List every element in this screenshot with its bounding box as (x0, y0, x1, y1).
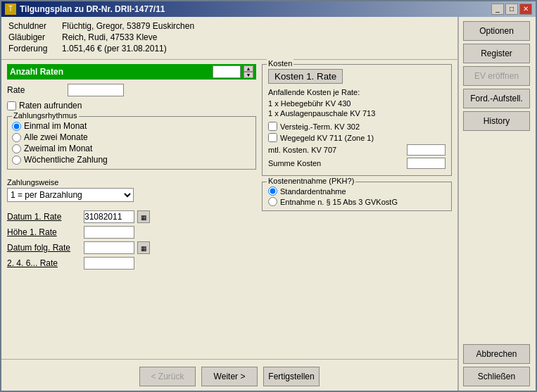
mtl-input[interactable] (407, 144, 446, 156)
glaeubiger-row: Gläubiger Reich, Rudi, 47533 Kleve (8, 32, 450, 42)
maximize-button[interactable]: □ (505, 4, 518, 15)
glaeubiger-label: Gläubiger (8, 32, 58, 42)
weiter-button[interactable]: Weiter > (201, 367, 258, 386)
ev-button[interactable]: EV eröffnen (463, 66, 530, 86)
anzahl-raten-label: Anzahl Raten (10, 67, 210, 77)
forderung-value: 1.051,46 € (per 31.08.2011) (62, 44, 167, 53)
rhythmus-label-0: Einmal im Monat (24, 121, 87, 131)
zahlungsweise-select[interactable]: 1 = per Barzahlung (7, 188, 134, 202)
hoehe1-input[interactable] (84, 226, 134, 239)
forderung-label: Forderung (8, 44, 58, 53)
versteig-checkbox[interactable] (268, 122, 277, 131)
history-button[interactable]: History (463, 111, 530, 131)
anzahl-spinner: ▲ ▼ (244, 65, 253, 78)
raten-aufrunden-checkbox[interactable] (7, 101, 16, 110)
entnahme-group-label: Kostenentnahme (PKH?) (267, 177, 355, 185)
entnahme-radio[interactable] (268, 197, 277, 206)
raten-aufrunden-row: Raten aufrunden (7, 101, 256, 110)
minimize-button[interactable]: _ (491, 4, 504, 15)
rate246-input[interactable] (84, 257, 134, 270)
standard-label: Standardentnahme (280, 187, 346, 196)
zahlungsrhythmus-label: Zahlungsrhythmus (12, 111, 79, 120)
datum1-input[interactable] (84, 210, 134, 223)
schuldner-value: Flüchtig, Gregor, 53879 Euskirchen (62, 21, 194, 31)
glaeubiger-value: Reich, Rudi, 47533 Kleve (62, 32, 157, 42)
zahlungsrhythmus-group: Zahlungsrhythmus Einmal im Monat Alle zw… (7, 116, 256, 170)
kosten-subtitle: Anfallende Kosten je Rate: (268, 88, 446, 96)
nav-bar: < Zurück Weiter > Fertigstellen (1, 362, 457, 391)
left-panel: Schuldner Flüchtig, Gregor, 53879 Euskir… (1, 17, 458, 391)
zahlungsweise-section: Zahlungsweise 1 = per Barzahlung (7, 178, 256, 202)
kosten-group-label: Kosten (267, 59, 293, 68)
rate-row: Rate (7, 84, 256, 96)
entnahme-group: Kostenentnahme (PKH?) Standardentnahme E… (262, 182, 452, 211)
rhythmus-label-3: Wöchentliche Zahlung (24, 155, 108, 165)
wegegeld-checkbox[interactable] (268, 133, 277, 142)
spinner-down-button[interactable]: ▼ (244, 72, 253, 78)
datumfolg-input[interactable] (84, 241, 134, 254)
rhythmus-radio-woechentlich[interactable] (12, 156, 21, 165)
rhythmus-radio-zweimal[interactable] (12, 144, 21, 153)
rhythmus-radio-einmal[interactable] (12, 122, 21, 131)
window-icon: T (5, 4, 16, 15)
divider (1, 359, 457, 360)
fertigstellen-button[interactable]: Fertigstellen (263, 367, 320, 386)
rate-input[interactable] (68, 84, 124, 96)
summe-input[interactable] (407, 158, 446, 169)
rate246-label: 2. 4. 6... Rate (7, 258, 81, 268)
right-form: Kosten Kosten 1. Rate Anfallende Kosten … (262, 64, 452, 352)
zurueck-button[interactable]: < Zurück (139, 367, 196, 386)
rhythmus-radio-row-1: Alle zwei Monate (12, 132, 251, 142)
abbrechen-button[interactable]: Abbrechen (463, 344, 530, 364)
title-buttons: _ □ ✕ (491, 4, 532, 15)
mtl-row: mtl. Kosten. KV 707 (268, 144, 446, 156)
entnahme-radio-row: Entnahme n. § 15 Abs 3 GVKostG (268, 197, 446, 206)
wegegeld-label: Wegegeld KV 711 (Zone 1) (280, 134, 446, 142)
spinner-up-button[interactable]: ▲ (244, 65, 253, 72)
ford-button[interactable]: Ford.-Aufstell. (463, 89, 530, 108)
datumfolg-row: Datum folg. Rate ▦ (7, 241, 256, 254)
datum1-calendar-button[interactable]: ▦ (137, 210, 150, 223)
hoehe1-row: Höhe 1. Rate (7, 226, 256, 239)
anzahl-raten-input[interactable] (213, 65, 241, 78)
rhythmus-label-1: Alle zwei Monate (24, 132, 88, 142)
mtl-label: mtl. Kosten. KV 707 (268, 146, 404, 154)
standard-radio-row: Standardentnahme (268, 186, 446, 196)
optionen-button[interactable]: Optionen (463, 21, 530, 41)
right-sidebar: Optionen Register EV eröffnen Ford.-Aufs… (458, 17, 536, 391)
main-window: T Tilgungsplan zu DR-Nr. DRII-1477/11 _ … (0, 0, 537, 392)
close-button[interactable]: ✕ (519, 4, 532, 15)
hoehe1-label: Höhe 1. Rate (7, 227, 81, 237)
standard-radio[interactable] (268, 186, 277, 196)
summe-label: Summe Kosten (268, 159, 404, 167)
form-area: Anzahl Raten ▲ ▼ Rate (1, 60, 457, 356)
rhythmus-radio-allezwei[interactable] (12, 133, 21, 142)
raten-aufrunden-label: Raten aufrunden (19, 101, 82, 110)
entnahme-label: Entnahme n. § 15 Abs 3 GVKostG (280, 198, 398, 206)
kosten-item-2: 1 x Auslagenpauschale KV 713 (268, 109, 446, 118)
info-section: Schuldner Flüchtig, Gregor, 53879 Euskir… (1, 17, 457, 60)
schuldner-row: Schuldner Flüchtig, Gregor, 53879 Euskir… (8, 21, 450, 31)
window-title: Tilgungsplan zu DR-Nr. DRII-1477/11 (20, 4, 165, 14)
title-bar-left: T Tilgungsplan zu DR-Nr. DRII-1477/11 (5, 4, 165, 15)
kosten-button[interactable]: Kosten 1. Rate (268, 69, 343, 84)
wegegeld-row: Wegegeld KV 711 (Zone 1) (268, 133, 446, 142)
datum1-row: Datum 1. Rate ▦ (7, 210, 256, 223)
kosten-item-1: 1 x Hebegebühr KV 430 (268, 99, 446, 108)
register-button[interactable]: Register (463, 44, 530, 63)
anzahl-raten-row: Anzahl Raten ▲ ▼ (7, 64, 256, 80)
schuldner-label: Schuldner (8, 21, 58, 31)
kosten-group: Kosten Kosten 1. Rate Anfallende Kosten … (262, 64, 452, 176)
title-bar: T Tilgungsplan zu DR-Nr. DRII-1477/11 _ … (1, 1, 536, 17)
schliessen-button[interactable]: Schließen (463, 367, 530, 386)
zahlungsweise-label: Zahlungsweise (7, 178, 256, 186)
datumfolg-calendar-button[interactable]: ▦ (137, 241, 150, 254)
versteig-row: Versteig.-Term. KV 302 (268, 122, 446, 131)
datum1-label: Datum 1. Rate (7, 212, 81, 222)
datum-section: Datum 1. Rate ▦ Höhe 1. Rate Datum folg.… (7, 210, 256, 270)
rhythmus-radio-row-0: Einmal im Monat (12, 121, 251, 131)
sidebar-spacer (463, 134, 531, 341)
rate-label: Rate (7, 85, 63, 95)
rhythmus-label-2: Zweimal im Monat (24, 144, 92, 153)
rate246-row: 2. 4. 6... Rate (7, 257, 256, 270)
